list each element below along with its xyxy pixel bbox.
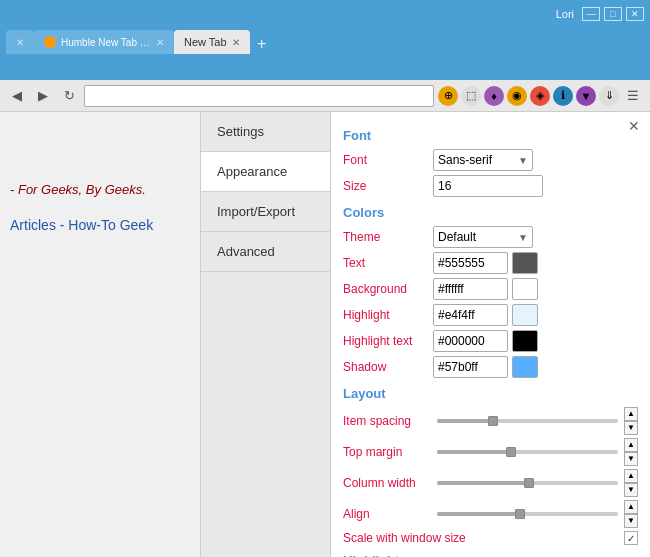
column-width-down[interactable]: ▼	[624, 483, 638, 497]
align-down[interactable]: ▼	[624, 514, 638, 528]
nav-icon-2[interactable]: ⬚	[461, 86, 481, 106]
page-area: - For Geeks, By Geeks. Articles - How-To…	[0, 112, 200, 557]
minimize-button[interactable]: —	[582, 7, 600, 21]
theme-label: Theme	[343, 230, 433, 244]
tab-newtab-close[interactable]: ✕	[232, 37, 240, 48]
highlight-color-swatch[interactable]	[512, 304, 538, 326]
tab-newtab-label: New Tab	[184, 36, 227, 48]
layout-section-title: Layout	[343, 386, 638, 401]
highlight-color-control: #e4f4ff	[433, 304, 638, 326]
window-controls: — □ ✕	[582, 7, 644, 21]
tab-blank[interactable]: ✕	[6, 30, 34, 54]
top-margin-down[interactable]: ▼	[624, 452, 638, 466]
sidebar-item-advanced[interactable]: Advanced	[201, 232, 330, 272]
font-select-arrow: ▼	[518, 155, 528, 166]
nav-icon-5[interactable]: ◈	[530, 86, 550, 106]
sidebar: Settings Appearance Import/Export Advanc…	[201, 112, 331, 557]
nav-icon-1[interactable]: ⊕	[438, 86, 458, 106]
text-color-label: Text	[343, 256, 433, 270]
highlight-text-swatch[interactable]	[512, 330, 538, 352]
text-color-control: #555555	[433, 252, 638, 274]
highlight-color-label: Highlight	[343, 308, 433, 322]
nav-icons: ⊕ ⬚ ♦ ◉ ◈ ℹ ▼ ⇓ ☰	[438, 85, 644, 107]
item-spacing-down[interactable]: ▼	[624, 421, 638, 435]
maximize-button[interactable]: □	[604, 7, 622, 21]
sidebar-item-importexport[interactable]: Import/Export	[201, 192, 330, 232]
tab-humble-close[interactable]: ✕	[156, 37, 164, 48]
top-margin-up[interactable]: ▲	[624, 438, 638, 452]
item-spacing-track[interactable]	[437, 419, 618, 423]
top-margin-track[interactable]	[437, 450, 618, 454]
font-label: Font	[343, 153, 433, 167]
sidebar-item-settings[interactable]: Settings	[201, 112, 330, 152]
tabs-bar: ✕ Humble New Tab Page ✕ New Tab ✕ +	[0, 24, 650, 54]
column-width-spinners: ▲ ▼	[624, 469, 638, 497]
shadow-color-value[interactable]: #57b0ff	[433, 356, 508, 378]
bg-color-control: #ffffff	[433, 278, 638, 300]
shadow-color-row: Shadow #57b0ff	[343, 356, 638, 378]
column-width-up[interactable]: ▲	[624, 469, 638, 483]
user-label: Lori	[556, 8, 574, 20]
tab-newtab[interactable]: New Tab ✕	[174, 30, 250, 54]
bg-color-swatch[interactable]	[512, 278, 538, 300]
align-row: Align ▲ ▼	[343, 500, 638, 528]
shadow-color-label: Shadow	[343, 360, 433, 374]
page-text-howtogeek[interactable]: Articles - How-To Geek	[10, 217, 190, 233]
size-control	[433, 175, 638, 197]
shadow-color-picker: #57b0ff	[433, 356, 538, 378]
font-row: Font Sans-serif ▼	[343, 149, 638, 171]
theme-select-arrow: ▼	[518, 232, 528, 243]
shadow-color-control: #57b0ff	[433, 356, 638, 378]
page-text-geeks: - For Geeks, By Geeks.	[10, 182, 190, 197]
tab-close-icon[interactable]: ✕	[16, 37, 24, 48]
item-spacing-up[interactable]: ▲	[624, 407, 638, 421]
item-spacing-row: Item spacing ▲ ▼	[343, 407, 638, 435]
close-button[interactable]: ✕	[626, 7, 644, 21]
text-color-value[interactable]: #555555	[433, 252, 508, 274]
align-label: Align	[343, 507, 433, 521]
highlight-text-label: Highlight text	[343, 334, 433, 348]
highlight-color-picker: #e4f4ff	[433, 304, 538, 326]
size-input[interactable]	[433, 175, 543, 197]
nav-icon-7[interactable]: ▼	[576, 86, 596, 106]
sidebar-item-appearance[interactable]: Appearance	[201, 152, 330, 192]
nav-icon-3[interactable]: ♦	[484, 86, 504, 106]
column-width-row: Column width ▲ ▼	[343, 469, 638, 497]
align-track[interactable]	[437, 512, 618, 516]
forward-button[interactable]: ▶	[32, 85, 54, 107]
nav-icon-4[interactable]: ◉	[507, 86, 527, 106]
close-panel-button[interactable]: ✕	[626, 118, 642, 134]
nav-icon-6[interactable]: ℹ	[553, 86, 573, 106]
size-label: Size	[343, 179, 433, 193]
item-spacing-spinners: ▲ ▼	[624, 407, 638, 435]
shadow-color-swatch[interactable]	[512, 356, 538, 378]
top-margin-label: Top margin	[343, 445, 433, 459]
top-margin-spinners: ▲ ▼	[624, 438, 638, 466]
font-select-value: Sans-serif	[438, 153, 492, 167]
highlight-color-value[interactable]: #e4f4ff	[433, 304, 508, 326]
settings-panel: Settings Appearance Import/Export Advanc…	[200, 112, 650, 557]
highlight-section-title: Highlight	[343, 553, 638, 557]
nav-bar: ◀ ▶ ↻ ⊕ ⬚ ♦ ◉ ◈ ℹ ▼ ⇓ ☰	[0, 80, 650, 112]
font-section-title: Font	[343, 128, 638, 143]
back-button[interactable]: ◀	[6, 85, 28, 107]
address-bar[interactable]	[84, 85, 434, 107]
settings-content: ✕ Font Font Sans-serif ▼ Size Col	[331, 112, 650, 557]
menu-button[interactable]: ☰	[622, 85, 644, 107]
refresh-button[interactable]: ↻	[58, 85, 80, 107]
highlight-text-color-row: Highlight text #000000	[343, 330, 638, 352]
font-select[interactable]: Sans-serif ▼	[433, 149, 533, 171]
highlight-text-value[interactable]: #000000	[433, 330, 508, 352]
column-width-track[interactable]	[437, 481, 618, 485]
align-up[interactable]: ▲	[624, 500, 638, 514]
size-row: Size	[343, 175, 638, 197]
theme-select[interactable]: Default ▼	[433, 226, 533, 248]
bg-color-value[interactable]: #ffffff	[433, 278, 508, 300]
nav-icon-8[interactable]: ⇓	[599, 86, 619, 106]
new-tab-button[interactable]: +	[250, 34, 274, 54]
theme-control: Default ▼	[433, 226, 638, 248]
tab-icon-humble	[44, 36, 56, 48]
tab-humble[interactable]: Humble New Tab Page ✕	[34, 30, 174, 54]
scale-checkbox[interactable]	[624, 531, 638, 545]
text-color-swatch[interactable]	[512, 252, 538, 274]
